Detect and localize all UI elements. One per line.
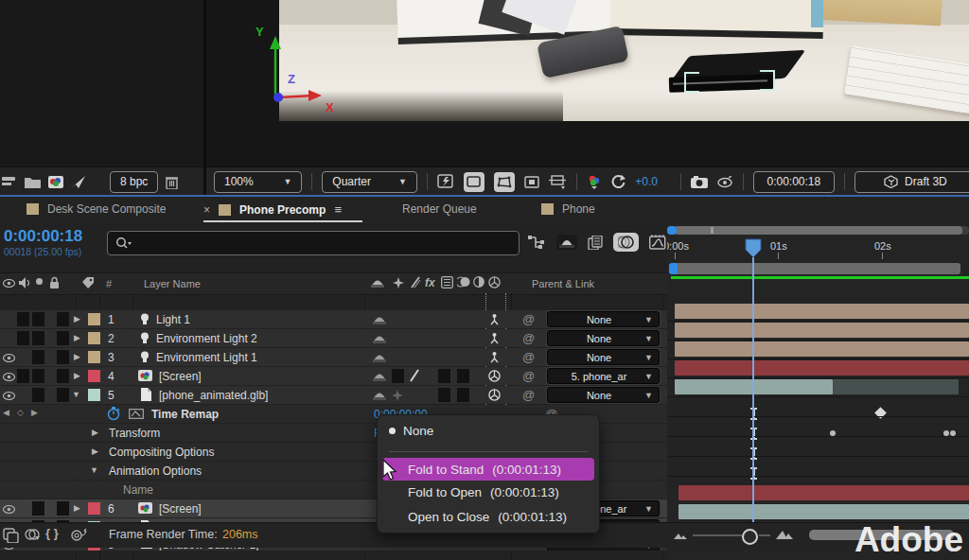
- layer-row-1[interactable]: ▶ 1 Light 1 @ None▼: [0, 310, 667, 328]
- exposure-value[interactable]: +0.0: [635, 175, 658, 188]
- footage-icon[interactable]: [48, 176, 63, 188]
- parent-dropdown[interactable]: None▼: [547, 387, 660, 403]
- visibility-eye-icon[interactable]: [3, 354, 15, 362]
- expand-chevron-icon[interactable]: ▶: [74, 333, 80, 342]
- graph-toggle-icon[interactable]: [129, 409, 144, 419]
- layer-row-4[interactable]: ▶ 4 [Screen] @ 5. phone_ar▼: [0, 367, 667, 385]
- region-of-interest-button[interactable]: [494, 172, 515, 192]
- expand-chevron-icon[interactable]: ▶: [74, 503, 80, 513]
- new-folder-icon[interactable]: [25, 176, 41, 188]
- reset-exposure-icon[interactable]: [611, 175, 625, 189]
- panel-list-icon[interactable]: [2, 175, 17, 188]
- frame-blend-icon[interactable]: [588, 236, 603, 250]
- threed-switch-icon[interactable]: [488, 370, 501, 382]
- fx-column-icon[interactable]: fx: [425, 276, 435, 289]
- scrollbar-cap[interactable]: [667, 226, 677, 235]
- motion-blur-column-icon[interactable]: [457, 276, 470, 288]
- bit-depth-button[interactable]: 8 bpc: [110, 171, 158, 193]
- label-color-swatch[interactable]: [88, 502, 100, 515]
- group-name[interactable]: Transform: [109, 427, 160, 440]
- shy-column-icon[interactable]: [371, 277, 384, 288]
- zoom-slider-knob[interactable]: [742, 529, 758, 545]
- pick-whip-icon[interactable]: @: [522, 350, 535, 364]
- label-color-swatch[interactable]: [88, 351, 100, 363]
- visibility-eye-icon[interactable]: [3, 392, 15, 400]
- layer-name[interactable]: Environment Light 1: [156, 351, 257, 364]
- shy-switch-icon[interactable]: [373, 390, 386, 400]
- label-color-swatch[interactable]: [88, 370, 100, 382]
- blend-mode-icon[interactable]: [25, 528, 40, 541]
- magnification-dropdown[interactable]: 100%▼: [214, 171, 302, 193]
- parent-dropdown[interactable]: 5. phone_ar▼: [547, 368, 660, 384]
- channels-icon[interactable]: [587, 175, 602, 189]
- layer-name[interactable]: [Screen]: [159, 370, 202, 383]
- pick-whip-icon[interactable]: @: [522, 331, 535, 345]
- time-ruler[interactable]: 0:00s 01s 02s: [667, 236, 969, 259]
- expressions-braces-icon[interactable]: { }: [45, 526, 59, 540]
- parent-link-column-header[interactable]: Parent & Link: [532, 278, 594, 289]
- parent-dropdown[interactable]: None▼: [547, 330, 660, 346]
- composition-mini-flowchart-icon[interactable]: [528, 235, 546, 250]
- show-snapshot-eye-icon[interactable]: [717, 176, 733, 188]
- threed-switch-icon[interactable]: [488, 389, 501, 401]
- frame-blend-column-icon[interactable]: [441, 276, 453, 289]
- fast-previews-icon[interactable]: [437, 174, 454, 190]
- render-snail-icon[interactable]: [70, 528, 87, 541]
- layer-bar-7[interactable]: [678, 504, 969, 519]
- collapse-switch-icon[interactable]: [392, 390, 403, 401]
- axis-gizmo[interactable]: Y Z X: [254, 23, 386, 121]
- expand-chevron-icon[interactable]: ▶: [92, 428, 98, 437]
- renderer-button[interactable]: Draft 3D: [854, 171, 969, 193]
- work-area-bar[interactable]: [671, 263, 960, 274]
- timeline-h-scrollbar[interactable]: [667, 226, 969, 235]
- layer-bar-1[interactable]: [675, 304, 969, 319]
- current-timecode[interactable]: 0:00:00:18: [4, 227, 82, 246]
- graph-editor-icon[interactable]: [649, 235, 666, 250]
- playhead-line[interactable]: [752, 242, 754, 537]
- layer-name[interactable]: [phone_animated.glb]: [159, 389, 268, 402]
- expand-chevron-icon[interactable]: ▶: [92, 446, 98, 456]
- group-name[interactable]: Compositing Options: [109, 446, 214, 459]
- adjustment-column-icon[interactable]: [473, 276, 484, 288]
- mask-visibility-icon[interactable]: [524, 176, 539, 188]
- parent-dropdown[interactable]: None▼: [547, 311, 660, 327]
- tab-phone-precomp[interactable]: × Phone Precomp ≡: [203, 202, 342, 217]
- pick-whip-icon[interactable]: @: [522, 312, 535, 326]
- menu-item-open-to-close[interactable]: Open to Close (0:00:01:13): [408, 510, 567, 524]
- viewer-timecode[interactable]: 0:00:00:18: [753, 171, 835, 193]
- quality-switch-icon[interactable]: [409, 369, 420, 382]
- close-icon[interactable]: ×: [203, 203, 210, 217]
- layer-name[interactable]: Light 1: [156, 313, 190, 326]
- menu-item-none[interactable]: None: [389, 424, 433, 438]
- layer-bar-5-extension[interactable]: [833, 379, 959, 394]
- trash-icon[interactable]: [166, 175, 178, 189]
- work-area-start-handle[interactable]: [669, 263, 678, 274]
- menu-item-fold-to-open[interactable]: Fold to Open (0:00:01:13): [408, 485, 559, 499]
- visibility-eye-icon[interactable]: [3, 373, 15, 381]
- collapse-chevron-icon[interactable]: ▼: [90, 465, 98, 475]
- shy-switch-icon[interactable]: [373, 371, 386, 381]
- layer-name[interactable]: [Screen]: [159, 502, 202, 516]
- collapse-column-icon[interactable]: [393, 277, 404, 289]
- snapshot-camera-icon[interactable]: [691, 176, 708, 188]
- keyframe-nav-next-icon[interactable]: ▶: [31, 408, 38, 417]
- threed-column-icon[interactable]: [488, 276, 501, 289]
- layer-row-3[interactable]: ▶ 3 Environment Light 1 @ None▼: [0, 348, 667, 366]
- layer-bar-3[interactable]: [675, 341, 969, 357]
- solo-column-icon[interactable]: [36, 278, 43, 285]
- expand-chevron-icon[interactable]: ▶: [74, 352, 80, 361]
- pick-whip-icon[interactable]: @: [522, 388, 535, 402]
- pick-whip-icon[interactable]: @: [522, 369, 535, 383]
- property-name[interactable]: Time Remap: [151, 408, 219, 421]
- tab-render-queue[interactable]: Render Queue: [402, 202, 477, 216]
- resolution-dropdown[interactable]: Quarter▼: [322, 171, 417, 193]
- zoom-out-mountain-icon[interactable]: [674, 531, 687, 539]
- layer-row-2[interactable]: ▶ 2 Environment Light 2 @ None▼: [0, 329, 667, 347]
- visibility-eye-icon[interactable]: [3, 505, 15, 514]
- label-color-swatch[interactable]: [88, 332, 100, 344]
- layer-row-5[interactable]: ▼ 5 [phone_animated.glb] @ None▼: [0, 386, 667, 404]
- zoom-slider-track[interactable]: [693, 534, 742, 536]
- zoom-in-mountain-icon[interactable]: [776, 528, 793, 539]
- menu-item-fold-to-stand[interactable]: Fold to Stand (0:00:01:13): [382, 458, 594, 481]
- send-icon[interactable]: [71, 176, 85, 188]
